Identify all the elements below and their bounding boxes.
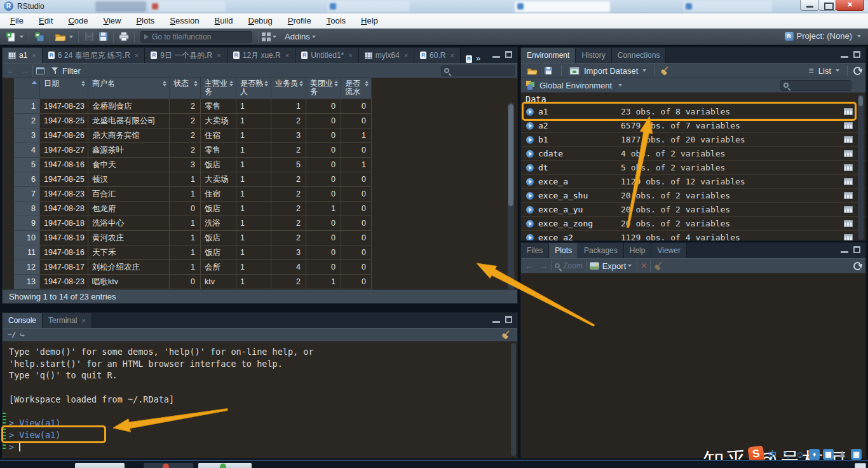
close-icon[interactable]: × bbox=[404, 52, 408, 59]
taskbar-app-3[interactable] bbox=[198, 463, 252, 468]
menu-item[interactable]: Help bbox=[353, 13, 386, 28]
table-row[interactable]: 8 1947-08-28 包龙府 0 饭店 1 2 1 0 bbox=[14, 202, 372, 216]
environment-scope-selector[interactable]: Global Environment bbox=[539, 81, 612, 90]
new-project-icon[interactable] bbox=[34, 31, 45, 42]
view-table-icon[interactable] bbox=[844, 192, 853, 199]
table-row[interactable]: 1 1947-08-23 金桥副食店 2 零售 1 1 0 0 bbox=[14, 99, 372, 114]
source-tab-script2[interactable]: 9日 一个县的.R × bbox=[145, 48, 227, 63]
close-icon[interactable]: × bbox=[135, 52, 139, 59]
menu-item[interactable]: Plots bbox=[128, 13, 162, 28]
refresh-icon[interactable] bbox=[853, 67, 862, 75]
pane-minmax[interactable] bbox=[492, 51, 512, 58]
expand-icon[interactable] bbox=[526, 122, 534, 130]
new-file-icon[interactable] bbox=[5, 31, 17, 42]
table-row[interactable]: 7 1947-08-23 百合汇 1 住宿 1 2 0 0 bbox=[14, 187, 372, 202]
filter-button[interactable]: Filter bbox=[62, 66, 81, 76]
expand-icon[interactable] bbox=[526, 150, 534, 158]
menu-item[interactable]: Debug bbox=[241, 13, 280, 28]
taskbar-app-1[interactable] bbox=[75, 463, 125, 468]
source-tab-script3[interactable]: 12月 xue.R × bbox=[227, 48, 295, 63]
column-header-acquaintance[interactable]: 是否熟人 bbox=[236, 78, 271, 99]
taskbar-app-2[interactable] bbox=[144, 463, 193, 468]
sort-carets-icon[interactable] bbox=[264, 81, 269, 86]
open-file-dropdown-caret[interactable] bbox=[69, 36, 73, 38]
maximize-button[interactable] bbox=[818, 0, 836, 11]
tab-viewer[interactable]: Viewer bbox=[651, 243, 686, 258]
sort-carets-icon[interactable] bbox=[194, 81, 198, 86]
column-header-meituan[interactable]: 美团业务 bbox=[306, 78, 341, 99]
environment-search-input[interactable] bbox=[780, 80, 851, 91]
source-tab-mylx64[interactable]: mylx64 × bbox=[359, 48, 414, 63]
ime-language-icon[interactable]: 中 bbox=[767, 449, 778, 460]
maximize-pane-icon[interactable] bbox=[505, 51, 512, 58]
open-in-new-window-icon[interactable] bbox=[36, 67, 44, 74]
emoji-icon[interactable]: ☺ bbox=[795, 449, 806, 460]
view-table-icon[interactable] bbox=[844, 150, 853, 157]
view-table-icon[interactable] bbox=[844, 178, 853, 185]
column-header-date[interactable]: 日期 bbox=[40, 78, 88, 99]
source-tab-a1[interactable]: a1 × bbox=[3, 48, 43, 63]
table-row[interactable]: 9 1947-08-18 洗浴中心 1 洗浴 1 2 0 0 bbox=[14, 216, 372, 231]
environment-object-row[interactable]: exce_a_shu 20 obs. of 2 variables bbox=[521, 189, 865, 203]
expand-icon[interactable] bbox=[526, 164, 534, 172]
view-table-icon[interactable] bbox=[844, 122, 853, 129]
minimize-pane-icon[interactable] bbox=[492, 321, 500, 323]
panes-layout-icon[interactable] bbox=[262, 32, 271, 41]
close-button[interactable] bbox=[836, 0, 864, 11]
environment-object-row[interactable]: exce_a 1129 obs. of 12 variables bbox=[521, 175, 865, 189]
new-file-dropdown-caret[interactable] bbox=[20, 36, 24, 38]
refresh-plots-icon[interactable] bbox=[853, 262, 862, 270]
menu-item[interactable]: Session bbox=[162, 13, 207, 28]
menu-item[interactable]: Build bbox=[207, 13, 241, 28]
table-row[interactable]: 13 1947-08-23 唱歌ktv 0 ktv 1 2 1 0 bbox=[14, 275, 372, 289]
pane-minmax[interactable] bbox=[841, 246, 860, 253]
close-icon[interactable]: × bbox=[348, 52, 352, 59]
import-dataset-caret[interactable] bbox=[642, 69, 646, 72]
view-table-icon[interactable] bbox=[844, 206, 853, 213]
tab-plots[interactable]: Plots bbox=[549, 243, 578, 258]
show-desktop-button[interactable] bbox=[855, 463, 866, 468]
environment-scrollbar[interactable] bbox=[858, 95, 864, 240]
save-all-icon[interactable] bbox=[97, 31, 109, 42]
ime-punctuation-icon[interactable]: °, bbox=[781, 449, 792, 460]
menu-item[interactable]: Edit bbox=[31, 13, 60, 28]
tab-terminal[interactable]: Terminal × bbox=[43, 313, 92, 328]
table-row[interactable]: 6 1947-08-25 顿汉 1 大卖场 1 2 0 0 bbox=[14, 172, 372, 187]
table-row[interactable]: 10 1947-08-19 黄河农庄 1 饭店 1 2 0 0 bbox=[14, 231, 372, 245]
skin-icon[interactable]: ♟ bbox=[837, 449, 848, 460]
environment-object-row[interactable]: dt 5 obs. of 2 variables bbox=[521, 161, 865, 175]
print-icon[interactable] bbox=[118, 31, 130, 42]
table-row[interactable]: 3 1947-08-26 鼎大商务宾馆 2 住宿 1 3 0 1 bbox=[14, 128, 372, 143]
expand-icon[interactable] bbox=[526, 192, 534, 200]
forward-icon[interactable]: → bbox=[20, 66, 29, 75]
minimize-pane-icon[interactable] bbox=[841, 251, 848, 253]
menu-item[interactable]: Profile bbox=[280, 13, 319, 28]
back-icon[interactable]: ← bbox=[6, 66, 15, 75]
sort-carets-icon[interactable] bbox=[81, 81, 86, 86]
expand-icon[interactable] bbox=[526, 108, 534, 116]
close-icon[interactable]: × bbox=[81, 317, 85, 324]
tab-packages[interactable]: Packages bbox=[578, 243, 624, 258]
goto-file-input[interactable]: Go to file/function bbox=[140, 31, 252, 43]
view-table-icon[interactable] bbox=[844, 108, 853, 115]
environment-object-row[interactable]: cdate 4 obs. of 2 variables bbox=[521, 147, 865, 161]
clear-environment-icon[interactable] bbox=[660, 66, 670, 76]
console-output[interactable]: Type 'demo()' for some demos, 'help()' f… bbox=[3, 341, 517, 458]
tab-console[interactable]: Console bbox=[3, 313, 43, 328]
scrollbar-thumb[interactable] bbox=[858, 96, 863, 106]
console-scrollbar[interactable] bbox=[511, 343, 516, 456]
import-dataset-icon[interactable] bbox=[569, 65, 580, 76]
expand-icon[interactable] bbox=[526, 220, 534, 228]
viewer-search-input[interactable] bbox=[441, 65, 515, 76]
export-plot-icon[interactable] bbox=[590, 262, 599, 270]
expand-icon[interactable] bbox=[526, 136, 534, 144]
environment-object-row[interactable]: exce_a2 1129 obs. of 4 variables bbox=[521, 231, 865, 240]
expand-icon[interactable] bbox=[526, 178, 534, 186]
tab-environment[interactable]: Environment bbox=[521, 48, 576, 63]
microphone-icon[interactable]: ♦ bbox=[809, 449, 820, 460]
column-header-index[interactable] bbox=[14, 78, 40, 99]
table-row[interactable]: 12 1947-08-17 刘松介绍农庄 1 会所 1 4 0 0 bbox=[14, 260, 372, 275]
toolbox-icon[interactable]: ▣ bbox=[851, 449, 862, 460]
expand-icon[interactable] bbox=[526, 206, 534, 214]
sort-carets-icon[interactable] bbox=[365, 81, 369, 86]
